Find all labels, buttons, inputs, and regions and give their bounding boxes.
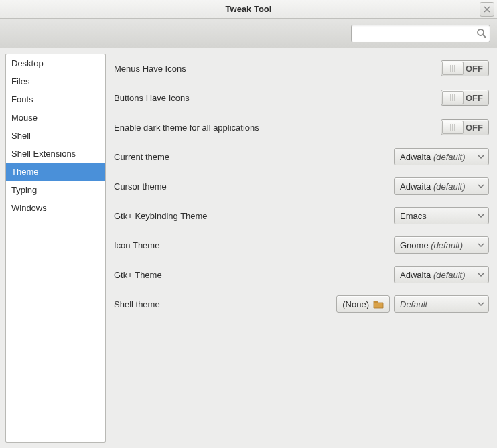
sidebar-item-windows[interactable]: Windows	[6, 199, 105, 217]
chevron-down-icon	[478, 183, 484, 190]
combo-value: Emacs	[400, 211, 427, 221]
label-menus-have-icons: Menus Have Icons	[114, 64, 186, 74]
main-pane: Menus Have Icons OFF Buttons Have Icons …	[111, 54, 492, 443]
sidebar-item-label: Files	[11, 76, 29, 86]
sidebar-item-shell[interactable]: Shell	[6, 127, 105, 145]
chevron-down-icon	[478, 301, 484, 307]
svg-line-1	[483, 35, 486, 38]
sidebar-item-label: Desktop	[11, 58, 44, 68]
row-dark-theme: Enable dark theme for all applications O…	[114, 118, 489, 137]
sidebar-item-theme[interactable]: Theme	[6, 163, 105, 181]
sidebar-item-label: Shell	[11, 131, 31, 141]
chevron-down-icon	[478, 212, 484, 219]
titlebar: Tweak Tool	[0, 0, 497, 19]
combo-shell-theme[interactable]: Default	[394, 295, 489, 313]
row-shell-theme: Shell theme (None) Default	[114, 295, 489, 313]
search-input[interactable]	[351, 25, 490, 42]
close-icon	[484, 5, 490, 15]
switch-dark-theme[interactable]: OFF	[441, 119, 489, 135]
combo-current-theme[interactable]: Adwaita (default)	[394, 148, 489, 165]
row-menus-have-icons: Menus Have Icons OFF	[114, 59, 489, 78]
combo-keybinding-theme[interactable]: Emacs	[394, 207, 489, 224]
sidebar-item-label: Windows	[11, 203, 47, 213]
sidebar: DesktopFilesFontsMouseShellShell Extensi…	[5, 54, 106, 443]
sidebar-item-files[interactable]: Files	[6, 72, 105, 90]
row-gtk-theme: Gtk+ Theme Adwaita (default)	[114, 265, 489, 284]
label-cursor-theme: Cursor theme	[114, 181, 167, 192]
svg-point-0	[478, 29, 484, 35]
label-gtk-theme: Gtk+ Theme	[114, 270, 162, 280]
toolbar	[0, 19, 497, 48]
combo-value: Gnome (default)	[400, 240, 463, 250]
sidebar-item-label: Theme	[11, 167, 38, 177]
search-icon	[476, 28, 487, 39]
label-current-theme: Current theme	[114, 152, 169, 162]
chevron-down-icon	[478, 153, 484, 160]
label-shell-theme: Shell theme	[114, 299, 160, 309]
label-dark-theme: Enable dark theme for all applications	[114, 123, 259, 133]
label-keybinding-theme: Gtk+ Keybinding Theme	[114, 211, 208, 221]
sidebar-item-desktop[interactable]: Desktop	[6, 54, 105, 72]
sidebar-item-label: Shell Extensions	[11, 149, 76, 159]
combo-icon-theme[interactable]: Gnome (default)	[394, 236, 489, 254]
row-buttons-have-icons: Buttons Have Icons OFF	[114, 88, 489, 107]
switch-buttons-have-icons[interactable]: OFF	[441, 90, 489, 106]
combo-value: Adwaita (default)	[400, 152, 466, 162]
file-chooser-shell-theme[interactable]: (None)	[336, 295, 390, 313]
file-chooser-value: (None)	[342, 299, 369, 309]
sidebar-item-mouse[interactable]: Mouse	[6, 108, 105, 127]
close-button[interactable]	[480, 2, 494, 17]
sidebar-item-fonts[interactable]: Fonts	[6, 90, 105, 108]
search-field-wrapper	[351, 25, 490, 42]
sidebar-item-shell-extensions[interactable]: Shell Extensions	[6, 145, 105, 163]
combo-value: Adwaita (default)	[400, 270, 466, 280]
combo-value: Adwaita (default)	[400, 181, 466, 192]
row-icon-theme: Icon Theme Gnome (default)	[114, 236, 489, 254]
switch-state: OFF	[466, 123, 488, 133]
content: DesktopFilesFontsMouseShellShell Extensi…	[0, 48, 497, 448]
label-icon-theme: Icon Theme	[114, 240, 159, 250]
row-keybinding-theme: Gtk+ Keybinding Theme Emacs	[114, 206, 489, 225]
switch-menus-have-icons[interactable]: OFF	[441, 60, 489, 76]
label-buttons-have-icons: Buttons Have Icons	[114, 93, 190, 103]
combo-gtk-theme[interactable]: Adwaita (default)	[394, 266, 489, 283]
switch-state: OFF	[466, 93, 488, 103]
window-title: Tweak Tool	[226, 4, 272, 14]
switch-state: OFF	[466, 64, 488, 74]
sidebar-item-label: Fonts	[11, 94, 33, 104]
sidebar-item-label: Mouse	[11, 113, 38, 123]
combo-value: Default	[400, 299, 427, 309]
row-current-theme: Current theme Adwaita (default)	[114, 147, 489, 166]
chevron-down-icon	[478, 242, 484, 248]
combo-cursor-theme[interactable]: Adwaita (default)	[394, 177, 489, 195]
row-cursor-theme: Cursor theme Adwaita (default)	[114, 177, 489, 196]
chevron-down-icon	[478, 271, 484, 278]
sidebar-item-label: Typing	[11, 185, 37, 195]
folder-icon	[373, 299, 384, 309]
sidebar-item-typing[interactable]: Typing	[6, 181, 105, 199]
